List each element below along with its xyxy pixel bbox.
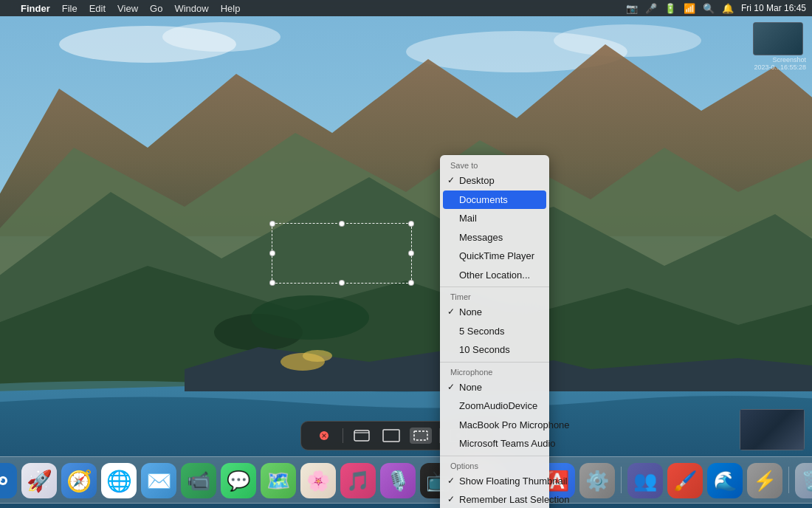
- svg-point-4: [554, 24, 701, 57]
- screenshot-thumbnail-top: [753, 22, 803, 55]
- mic-icon: 🎤: [645, 3, 657, 14]
- menu-item-macbook-mic[interactable]: MacBook Pro Microphone: [440, 416, 549, 435]
- svg-rect-12: [354, 430, 369, 441]
- menu-divider-2: [440, 362, 549, 363]
- menubar-left: Finder File Edit View Go Window Help: [6, 3, 240, 14]
- menubar-go[interactable]: Go: [150, 3, 162, 14]
- capture-fullscreen-button[interactable]: [380, 428, 402, 444]
- menubar-clock: Fri 10 Mar 16:45: [741, 3, 806, 13]
- handle-bottom-left[interactable]: [269, 280, 275, 286]
- close-button[interactable]: [313, 428, 335, 444]
- menu-item-mic-none[interactable]: None: [440, 378, 549, 397]
- dock-icon-sysprefs[interactable]: ⚙️: [579, 463, 615, 498]
- camera-icon: 📷: [626, 3, 638, 14]
- toolbar-sep-1: [343, 428, 343, 443]
- selection-box[interactable]: [272, 223, 412, 284]
- dock-icon-teams[interactable]: 👥: [627, 463, 663, 498]
- handle-middle-right[interactable]: [408, 250, 414, 256]
- menu-item-remember[interactable]: Remember Last Selection: [440, 490, 549, 508]
- menu-item-teams-audio[interactable]: Microsoft Teams Audio: [440, 434, 549, 453]
- handle-bottom-middle[interactable]: [339, 280, 345, 286]
- battery-icon: 🔋: [664, 3, 676, 14]
- dock-icon-mail[interactable]: ✉️: [141, 463, 176, 498]
- dock-icon-photos[interactable]: 🌸: [300, 463, 336, 498]
- dock-icon-music[interactable]: 🎵: [340, 463, 376, 498]
- menu-item-timer-none[interactable]: None: [440, 303, 549, 322]
- close-icon: [320, 431, 328, 440]
- handle-bottom-right[interactable]: [408, 280, 414, 286]
- menubar-file[interactable]: File: [62, 3, 78, 14]
- dock-icon-messages[interactable]: 💬: [221, 463, 256, 498]
- menu-item-5sec[interactable]: 5 Seconds: [440, 322, 549, 341]
- dock-icon-finder[interactable]: [0, 463, 17, 498]
- dock-icon-launchpad[interactable]: 🚀: [21, 463, 57, 498]
- menu-divider-3: [440, 456, 549, 456]
- wifi-icon: 📶: [684, 3, 695, 14]
- dock-separator: [621, 467, 622, 493]
- menu-item-zoom-audio[interactable]: ZoomAudioDevice: [440, 397, 549, 416]
- menu-item-10sec[interactable]: 10 Seconds: [440, 340, 549, 360]
- menu-item-quicktime[interactable]: QuickTime Player: [440, 247, 549, 266]
- bottom-right-thumbnail: [740, 409, 805, 450]
- search-icon[interactable]: 🔍: [703, 3, 715, 14]
- menubar-help[interactable]: Help: [221, 3, 241, 14]
- dock-icon-trash[interactable]: 🗑️: [795, 463, 812, 498]
- microphone-section-label: Microphone: [440, 365, 549, 378]
- handle-middle-left[interactable]: [269, 250, 275, 256]
- menubar-right: 📷 🎤 🔋 📶 🔍 🔔 Fri 10 Mar 16:45: [626, 3, 806, 14]
- screenshot-label: Screenshot 2023-0...16:55:28: [754, 56, 806, 71]
- notification-icon[interactable]: 🔔: [722, 3, 734, 14]
- dock-icon-facetime[interactable]: 📹: [181, 463, 216, 498]
- dock-icon-chrome[interactable]: 🌐: [101, 463, 137, 498]
- svg-point-24: [1, 478, 5, 483]
- screenshot-thumbnail-image: [754, 23, 802, 55]
- menubar-view[interactable]: View: [117, 3, 138, 14]
- svg-rect-15: [414, 431, 427, 440]
- capture-window-icon: [353, 429, 371, 442]
- capture-fullscreen-icon: [382, 429, 400, 442]
- menubar-edit[interactable]: Edit: [89, 3, 106, 14]
- dock-icon-creativity[interactable]: 🖌️: [667, 463, 703, 498]
- dock-icon-edge[interactable]: 🌊: [707, 463, 743, 498]
- menu-item-desktop[interactable]: Desktop: [440, 171, 549, 190]
- handle-top-right[interactable]: [408, 221, 414, 227]
- save-to-section-label: Save to: [440, 158, 549, 171]
- menu-item-messages[interactable]: Messages: [440, 228, 549, 247]
- svg-point-26: [1, 479, 2, 481]
- options-section-label: Options: [440, 459, 549, 472]
- menu-item-mail[interactable]: Mail: [440, 209, 549, 228]
- dock-icon-maps[interactable]: 🗺️: [261, 463, 296, 498]
- handle-top-left[interactable]: [269, 221, 275, 227]
- finder-icon: [0, 467, 13, 494]
- timer-section-label: Timer: [440, 289, 549, 303]
- menu-item-other-location[interactable]: Other Location...: [440, 266, 549, 285]
- handle-top-middle[interactable]: [339, 221, 345, 227]
- dock: 🚀 🧭 🌐 ✉️ 📹 💬 🗺️ 🌸 🎵 🎙️ 📺 MAY 📊 📱 🅰️ ⚙️ 👥…: [0, 456, 812, 504]
- svg-point-2: [162, 22, 281, 52]
- dock-icon-safari[interactable]: 🧭: [61, 463, 97, 498]
- menubar: Finder File Edit View Go Window Help 📷 🎤…: [0, 0, 812, 16]
- menu-item-floating-thumb[interactable]: Show Floating Thumbnail: [440, 472, 549, 491]
- svg-point-6: [251, 295, 369, 340]
- capture-window-button[interactable]: [351, 428, 373, 444]
- bottom-thumb-image: [740, 410, 804, 450]
- dock-icon-podcasts[interactable]: 🎙️: [380, 463, 416, 498]
- dock-separator-2: [788, 467, 789, 493]
- screenshot-options-menu: Save to Desktop Documents Mail Messages …: [440, 155, 549, 508]
- menu-item-documents[interactable]: Documents: [443, 190, 546, 210]
- dock-icon-notification[interactable]: ⚡: [747, 463, 782, 498]
- svg-rect-14: [383, 430, 399, 442]
- menubar-window[interactable]: Window: [174, 3, 208, 14]
- menubar-app-name[interactable]: Finder: [21, 3, 50, 14]
- menu-divider-1: [440, 286, 549, 287]
- capture-selection-button[interactable]: [410, 428, 432, 444]
- svg-point-8: [303, 350, 332, 362]
- capture-selection-icon: [412, 429, 430, 442]
